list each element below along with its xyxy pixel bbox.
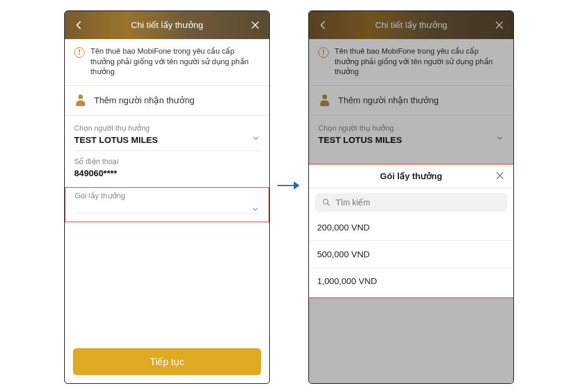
warning-text: Tên thuê bao MobiFone trong yêu cầu cấp … [91, 46, 260, 77]
chevron-down-icon [252, 134, 260, 142]
flow-arrow-icon [276, 178, 300, 192]
add-recipient-label: Thêm người nhận thưởng [94, 95, 194, 106]
svg-point-8 [324, 200, 328, 204]
continue-label: Tiếp tục [150, 356, 185, 368]
package-option[interactable]: 1,000,000 VND [308, 268, 514, 294]
package-option[interactable]: 200,000 VND [308, 214, 514, 240]
phone-label: Số điện thoại [74, 157, 260, 166]
app-header: Chi tiết lấy thưởng [65, 11, 269, 39]
search-icon [322, 198, 331, 207]
svg-marker-3 [294, 181, 300, 190]
continue-button[interactable]: Tiếp tục [73, 348, 261, 375]
back-icon[interactable] [72, 18, 86, 32]
beneficiary-value: TEST LOTUS MILES [74, 135, 260, 145]
close-icon[interactable] [248, 18, 262, 32]
page-title: Chi tiết lấy thưởng [86, 20, 248, 30]
beneficiary-field[interactable]: Chọn người thụ hưởng TEST LOTUS MILES [65, 116, 269, 150]
beneficiary-label: Chọn người thụ hưởng [74, 124, 260, 132]
chevron-down-icon [251, 205, 259, 214]
package-label: Gói lấy thưởng [75, 191, 259, 200]
package-option[interactable]: 500,000 VND [308, 241, 514, 267]
screen-right: Chi tiết lấy thưởng ! Tên thuê bao MobiF… [308, 10, 514, 384]
screen-left: Chi tiết lấy thưởng ! Tên thuê bao MobiF… [64, 10, 270, 384]
warning-icon: ! [74, 47, 85, 58]
package-select[interactable]: Gói lấy thưởng [65, 187, 269, 222]
sheet-title: Gói lấy thưởng [328, 171, 495, 181]
person-icon [74, 94, 87, 107]
phone-field: Số điện thoại 849060**** [65, 151, 269, 184]
search-input[interactable] [336, 198, 500, 207]
package-sheet: Gói lấy thưởng 200,000 VND 500,000 VND 1… [308, 164, 514, 298]
sheet-header: Gói lấy thưởng [308, 164, 514, 188]
sheet-close-icon[interactable] [495, 170, 506, 182]
warning-banner: ! Tên thuê bao MobiFone trong yêu cầu cấ… [65, 39, 269, 85]
divider [75, 213, 259, 214]
phone-value: 849060**** [74, 168, 260, 178]
add-recipient-row[interactable]: Thêm người nhận thưởng [65, 86, 269, 115]
search-field[interactable] [315, 193, 507, 212]
svg-line-9 [328, 204, 329, 205]
